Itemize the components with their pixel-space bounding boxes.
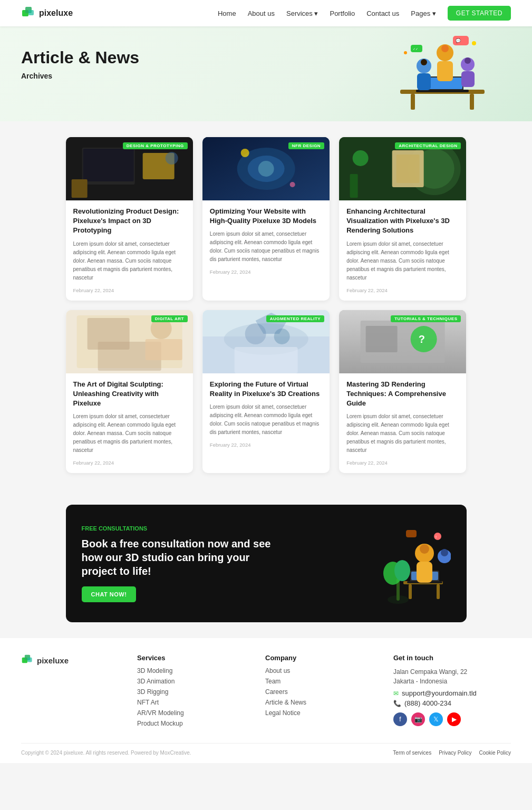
logo-text: pixeluxe	[39, 8, 73, 18]
nav-portfolio[interactable]: Portfolio	[330, 9, 355, 17]
footer-company-item[interactable]: Article & News	[265, 699, 383, 706]
footer-logo-icon	[21, 654, 34, 667]
footer-legal-link[interactable]: Cookie Policy	[479, 750, 511, 756]
twitter-icon[interactable]: 𝕏	[429, 712, 443, 726]
footer-logo: pixeluxe	[21, 654, 127, 667]
footer-service-item[interactable]: 3D Animation	[137, 678, 255, 685]
footer: pixeluxe Services 3D Modeling3D Animatio…	[0, 638, 532, 763]
svg-text:?: ?	[419, 333, 425, 345]
svg-text:✓✓: ✓✓	[413, 47, 418, 51]
cta-tag: FREE CONSULTATIONS	[82, 525, 285, 532]
cta-section: FREE CONSULTATIONS Book a free consultat…	[66, 505, 467, 622]
card-body: Enhancing Architectural Visualization wi…	[339, 200, 466, 301]
svg-rect-72	[437, 584, 440, 599]
article-card[interactable]: NFR DESIGN Optimizing Your Website with …	[202, 137, 330, 301]
article-card[interactable]: AUGMENTED REALITY Exploring the Future o…	[202, 310, 330, 474]
footer-company-item[interactable]: Legal Notice	[265, 709, 383, 717]
footer-logo-text: pixeluxe	[37, 656, 69, 665]
nav-services[interactable]: Services ▾	[286, 9, 318, 17]
card-body: Revolutionizing Product Design: Pixeluxe…	[66, 200, 193, 301]
card-body: Optimizing Your Website with High-Qualit…	[202, 200, 330, 282]
card-image: AUGMENTED REALITY	[202, 310, 330, 373]
card-title: Exploring the Future of Virtual Reality …	[210, 380, 322, 399]
email-icon: ✉	[393, 690, 399, 697]
instagram-icon[interactable]: 📷	[411, 712, 425, 726]
youtube-icon[interactable]: ▶	[447, 712, 461, 726]
footer-service-item[interactable]: NFT Art	[137, 699, 255, 706]
card-badge: ARCHITECTURAL DESIGN	[395, 142, 461, 149]
footer-service-item[interactable]: Product Mockup	[137, 720, 255, 727]
nav-pages[interactable]: Pages ▾	[411, 9, 436, 17]
card-body: The Art of Digital Sculpting: Unleashing…	[66, 373, 193, 474]
svg-point-17	[465, 57, 471, 64]
facebook-icon[interactable]: f	[393, 712, 407, 726]
card-description: Lorem ipsum dolor sit amet, consectetuer…	[73, 412, 186, 455]
card-description: Lorem ipsum dolor sit amet, consectetuer…	[210, 230, 322, 264]
main-content: DESIGN & PROTOTYPING Revolutionizing Pro…	[55, 121, 477, 505]
cta-button[interactable]: CHAT NOW!	[82, 586, 137, 602]
nav-home[interactable]: Home	[218, 9, 236, 17]
svg-rect-50	[145, 339, 182, 360]
svg-rect-79	[406, 530, 417, 537]
svg-rect-10	[417, 73, 431, 90]
footer-legal-link[interactable]: Privacy Policy	[439, 750, 471, 756]
svg-rect-5	[470, 94, 474, 110]
footer-company-item[interactable]: Careers	[265, 688, 383, 696]
svg-point-43	[353, 150, 369, 166]
card-title: The Art of Digital Sculpting: Unleashing…	[73, 380, 186, 409]
svg-point-23	[404, 51, 407, 54]
footer-address: Jalan Cempaka Wangi, 22 Jakarta - Indone…	[393, 667, 511, 686]
svg-text:!: !	[436, 535, 437, 539]
card-image: ARCHITECTURAL DESIGN	[339, 137, 466, 200]
svg-rect-4	[411, 94, 415, 110]
svg-rect-61	[366, 326, 398, 352]
card-date: February 22, 2024	[73, 287, 186, 293]
nav-about[interactable]: About us	[248, 9, 275, 17]
article-card[interactable]: ?WARNING · PRECAUCIÓN TUTORIALS & TECHNI…	[339, 310, 466, 474]
article-card[interactable]: DIGITAL ART The Art of Digital Sculpting…	[66, 310, 193, 474]
card-date: February 22, 2024	[346, 460, 459, 466]
footer-service-item[interactable]: AR/VR Modeling	[137, 709, 255, 717]
svg-rect-12	[437, 61, 453, 81]
nav-links: Home About us Services ▾ Portfolio Conta…	[218, 6, 511, 21]
svg-point-37	[289, 182, 295, 187]
hero-content: Article & News Archives	[21, 47, 285, 80]
card-title: Mastering 3D Rendering Techniques: A Com…	[346, 380, 459, 409]
phone-icon: 📞	[393, 700, 401, 707]
breadcrumb: Archives	[21, 72, 285, 80]
footer-service-item[interactable]: 3D Modeling	[137, 667, 255, 674]
svg-rect-2	[28, 10, 34, 15]
svg-rect-14	[461, 71, 475, 87]
card-image: DIGITAL ART	[66, 310, 193, 373]
svg-rect-78	[417, 562, 432, 583]
svg-point-15	[421, 59, 427, 65]
footer-contact-title: Get in touch	[393, 654, 511, 662]
card-image: ?WARNING · PRECAUCIÓN TUTORIALS & TECHNI…	[339, 310, 466, 373]
card-title: Optimizing Your Website with High-Qualit…	[210, 207, 322, 226]
footer-service-item[interactable]: 3D Rigging	[137, 688, 255, 696]
article-card[interactable]: ARCHITECTURAL DESIGN Enhancing Architect…	[339, 137, 466, 301]
footer-legal-link[interactable]: Term of services	[393, 750, 431, 756]
footer-company-item[interactable]: Team	[265, 678, 383, 685]
logo[interactable]: pixeluxe	[21, 6, 73, 21]
footer-social: f 📷 𝕏 ▶	[393, 712, 511, 726]
card-badge: TUTORIALS & TECHNIQUES	[391, 315, 461, 322]
article-card[interactable]: DESIGN & PROTOTYPING Revolutionizing Pro…	[66, 137, 193, 301]
card-badge: NFR DESIGN	[288, 142, 324, 149]
nav-cta-button[interactable]: GET STARTED	[448, 6, 511, 21]
footer-phone: (888) 4000-234	[404, 699, 451, 707]
footer-copyright: Copyright © 2024 pixeluxe. All rights re…	[21, 750, 191, 756]
footer-legal-links: Term of servicesPrivacy PolicyCookie Pol…	[393, 750, 511, 756]
cta-title: Book a free consultation now and see how…	[82, 537, 285, 578]
footer-company-item[interactable]: About us	[265, 667, 383, 674]
hero-section: Article & News Archives	[0, 26, 532, 121]
footer-contact-col: Get in touch Jalan Cempaka Wangi, 22 Jak…	[393, 654, 511, 730]
cta-illustration: !	[356, 520, 451, 606]
card-badge: AUGMENTED REALITY	[266, 315, 325, 322]
nav-contact[interactable]: Contact us	[366, 9, 399, 17]
card-description: Lorem ipsum dolor sit amet, consectetuer…	[346, 412, 459, 455]
card-date: February 22, 2024	[210, 442, 322, 448]
card-body: Exploring the Future of Virtual Reality …	[202, 373, 330, 455]
card-badge: DIGITAL ART	[151, 315, 188, 322]
svg-point-69	[394, 560, 410, 581]
